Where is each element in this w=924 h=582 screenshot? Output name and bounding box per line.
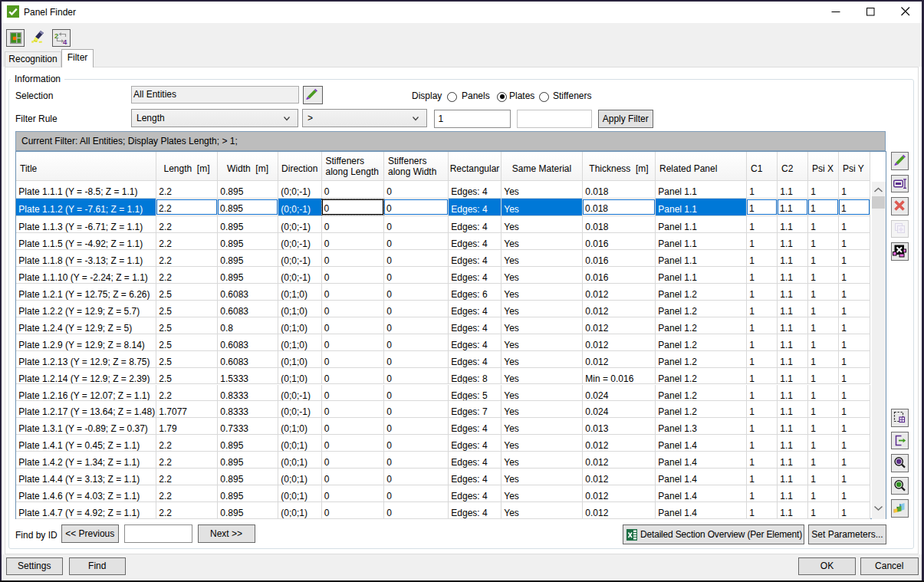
svg-text:2: 2 <box>54 31 58 40</box>
svg-text:4: 4 <box>63 38 67 45</box>
